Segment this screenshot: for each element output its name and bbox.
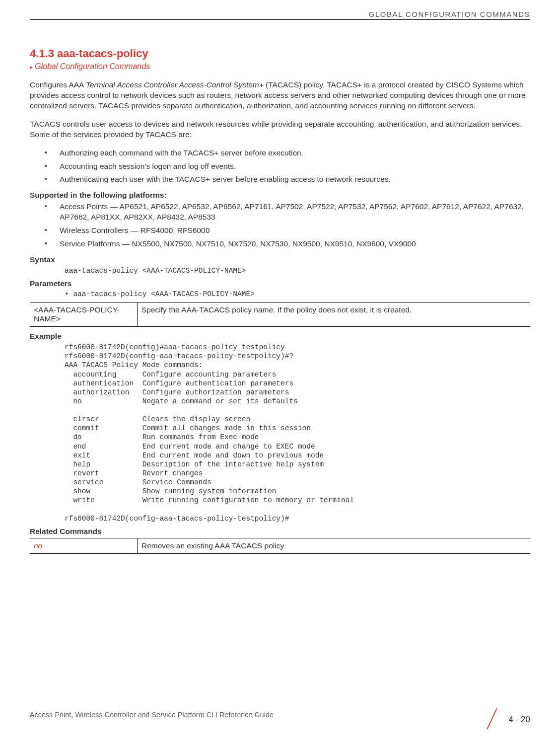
supported-platforms-head: Supported in the following platforms: — [30, 191, 530, 200]
services-item: Authorizing each command with the TACACS… — [45, 148, 530, 158]
parameters-table: <AAA-TACACS-POLICY-NAME> Specify the AAA… — [30, 302, 530, 327]
example-head: Example — [30, 332, 530, 341]
related-commands-table: no Removes an existing AAA TACACS policy — [30, 538, 530, 554]
parameters-bullet: • aaa-tacacs-policy <AAA-TACACS-POLICY-N… — [65, 290, 530, 298]
related-cmd-cell[interactable]: no — [30, 538, 138, 553]
services-list: Authorizing each command with the TACACS… — [30, 148, 530, 185]
paragraph-services-intro: TACACS controls user access to devices a… — [30, 119, 530, 140]
breadcrumb[interactable]: Global Configuration Commands — [30, 62, 530, 71]
table-row: no Removes an existing AAA TACACS policy — [30, 538, 530, 553]
related-desc-cell: Removes an existing AAA TACACS policy — [138, 538, 531, 553]
page-header: GLOBAL CONFIGURATION COMMANDS — [30, 10, 530, 20]
para1-em: Terminal Access Controller Access-Contro… — [86, 80, 264, 89]
page-footer: 4 - 20 Access Point, Wireless Controller… — [30, 710, 530, 730]
services-item: Accounting each session's logon and log … — [45, 161, 530, 172]
section-title: 4.1.3 aaa-tacacs-policy — [30, 47, 530, 60]
param-name-cell: <AAA-TACACS-POLICY-NAME> — [30, 302, 138, 327]
platform-item: Service Platforms — NX5500, NX7500, NX75… — [45, 239, 530, 249]
paragraph-intro: Configures AAA Terminal Access Controlle… — [30, 80, 530, 111]
page-number-text: 4 - 20 — [509, 715, 530, 724]
syntax-code: aaa-tacacs-policy <AAA-TACACS-POLICY-NAM… — [65, 266, 530, 275]
para1-a: Configures AAA — [30, 80, 86, 89]
related-commands-head: Related Commands — [30, 527, 530, 536]
footer-guide-title: Access Point, Wireless Controller and Se… — [30, 711, 274, 719]
platform-item: Access Points — AP6521, AP6522, AP6532, … — [45, 202, 530, 223]
services-item: Authenticating each user with the TACACS… — [45, 174, 530, 185]
slash-icon — [482, 710, 506, 730]
parameters-head: Parameters — [30, 279, 530, 288]
platform-item: Wireless Controllers — RFS4000, RFS6000 — [45, 226, 530, 236]
example-code: rfs6000-81742D(config)#aaa-tacacs-policy… — [65, 343, 530, 523]
supported-platforms-list: Access Points — AP6521, AP6522, AP6532, … — [30, 202, 530, 249]
syntax-head: Syntax — [30, 255, 530, 264]
table-row: <AAA-TACACS-POLICY-NAME> Specify the AAA… — [30, 302, 530, 327]
footer-page-number: 4 - 20 — [482, 710, 530, 730]
param-desc-cell: Specify the AAA-TACACS policy name. If t… — [138, 302, 531, 327]
